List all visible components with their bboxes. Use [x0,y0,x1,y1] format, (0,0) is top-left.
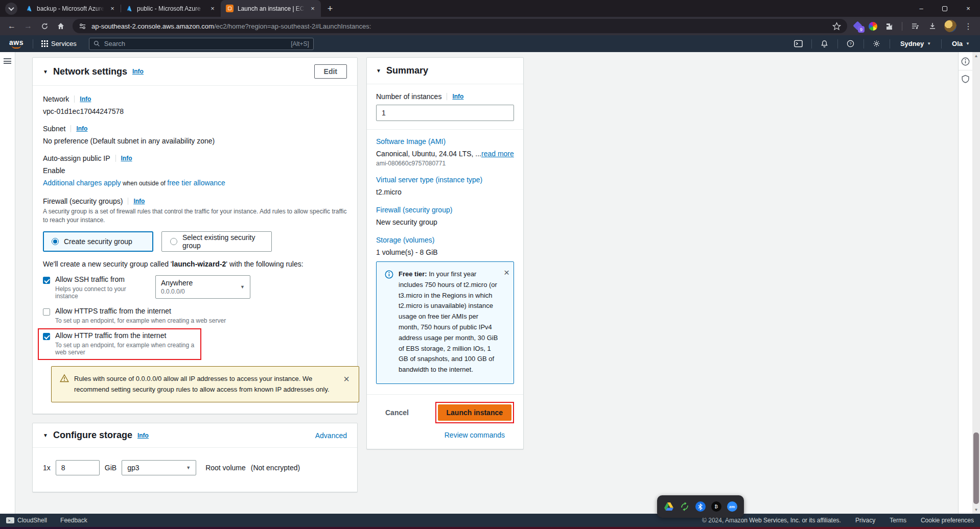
cookie-preferences-link[interactable]: Cookie preferences [921,517,974,524]
hamburger-menu-icon[interactable] [4,58,11,64]
address-bar[interactable]: ap-southeast-2.console.aws.amazon.com/ec… [73,19,847,33]
forward-button[interactable]: → [20,18,36,34]
scrollbar-thumb[interactable] [973,432,979,504]
feedback-button[interactable]: Feedback [60,517,87,524]
google-drive-icon[interactable] [664,502,674,511]
aws-search-box[interactable]: Search [Alt+S] [89,38,314,50]
checkbox-allow-ssh[interactable] [43,277,50,284]
storage-volumes-link[interactable]: Storage (volumes) [376,236,434,244]
ec2-icon [226,5,234,12]
ssh-source-select[interactable]: Anywhere 0.0.0.0/0 ▼ [155,275,250,299]
minimize-button[interactable]: – [909,0,933,17]
network-settings-card: ▼ Network settings Info Edit NetworkInfo… [32,57,358,414]
collapse-triangle-icon[interactable]: ▼ [43,69,48,75]
tab-launch-instance[interactable]: Launch an instance | EC2 | ap-so × [221,0,321,17]
security-panel-icon[interactable] [961,75,970,83]
volume-qty: 1x [43,464,51,472]
volume-type-select[interactable]: gp3 ▼ [122,460,196,475]
instance-type-link[interactable]: Virtual server type (instance type) [376,176,482,184]
rule-row-http: Allow HTTP traffic from the internet To … [43,331,197,356]
bluetooth-icon[interactable] [695,501,706,512]
subnet-label: Subnet [43,125,65,133]
checkbox-allow-https[interactable] [43,308,50,316]
screenshot-tool-icon[interactable] [680,501,690,512]
tab-close-icon[interactable]: × [108,5,116,13]
info-link[interactable]: Info [452,93,463,100]
edit-button[interactable]: Edit [314,64,347,79]
media-queue-button[interactable] [907,18,923,34]
back-button[interactable]: ← [4,18,19,34]
privacy-link[interactable]: Privacy [855,517,875,524]
extension-icon[interactable]: 9 [853,21,862,31]
close-icon[interactable]: × [341,374,352,384]
radio-create-security-group[interactable]: Create security group [43,231,153,252]
bookmark-star-icon[interactable] [832,22,841,31]
new-tab-button[interactable]: + [323,2,337,16]
left-nav-strip [0,52,15,514]
rule-row-ssh: Allow SSH traffic from Helps you connect… [43,275,347,300]
home-button[interactable] [53,18,68,34]
terms-link[interactable]: Terms [890,517,906,524]
services-menu[interactable]: Services [38,40,80,47]
maximize-button[interactable] [933,0,956,17]
settings-button[interactable] [869,38,884,50]
info-link[interactable]: Info [121,155,132,162]
info-link[interactable]: Info [137,432,149,439]
page-scrollbar[interactable]: ▲ ▼ [972,52,980,514]
review-commands-link[interactable]: Review commands [445,431,505,439]
ami-link[interactable]: Software Image (AMI) [376,137,446,146]
media-list-icon [911,22,919,30]
info-link[interactable]: Info [132,68,144,75]
cancel-button[interactable]: Cancel [385,408,409,417]
info-link[interactable]: Info [80,95,91,103]
profile-avatar[interactable] [944,20,956,32]
volume-size-input[interactable] [56,460,100,475]
help-button[interactable]: ? [843,38,858,50]
black-app-icon[interactable]: ₿ [711,501,721,512]
collapse-triangle-icon[interactable]: ▼ [376,68,381,74]
azure-icon [26,5,33,12]
account-menu[interactable]: Ola▼ [947,40,975,47]
info-link[interactable]: Info [76,125,87,132]
reload-button[interactable] [37,18,52,34]
color-wheel-extension-icon[interactable] [869,22,877,31]
scroll-down-icon[interactable]: ▼ [972,506,980,514]
downloads-button[interactable] [925,18,940,34]
additional-charges-link[interactable]: Additional charges apply [43,179,121,187]
charges-note: Additional charges apply when outside of… [43,179,347,187]
radio-select-existing-group[interactable]: Select existing security group [161,231,272,252]
browser-menu-button[interactable]: ⋮ [961,18,976,34]
region-selector[interactable]: Sydney▼ [895,40,936,47]
num-instances-input[interactable] [376,105,514,121]
collapse-triangle-icon[interactable]: ▼ [43,432,48,438]
extensions-puzzle-button[interactable] [881,18,897,34]
read-more-link[interactable]: read more [481,150,514,158]
launch-instance-button[interactable]: Launch instance [438,404,511,421]
tab-backup-azure[interactable]: backup - Microsoft Azure × [20,0,121,17]
security-warning-alert: Rules with source of 0.0.0.0/0 allow all… [51,366,359,403]
rule-row-https: Allow HTTPS traffic from the internet To… [43,307,347,324]
aws-logo[interactable]: aws [9,39,24,49]
close-button[interactable]: × [956,0,980,17]
tab-search-button[interactable] [5,3,17,15]
firewall-link[interactable]: Firewall (security group) [376,206,452,214]
cloudshell-button[interactable] [791,38,806,50]
info-link[interactable]: Info [133,198,145,205]
info-panel-icon[interactable] [961,57,970,66]
advanced-link[interactable]: Advanced [315,431,347,440]
tab-public-azure[interactable]: public - Microsoft Azure × [121,0,221,17]
free-tier-info-box: Free tier: In your first year includes 7… [376,261,514,384]
tab-close-icon[interactable]: × [208,5,217,13]
tab-close-icon[interactable]: × [309,5,317,13]
firewall-value: New security group [376,218,514,226]
window-controls: – × [909,0,980,17]
close-icon[interactable]: × [504,267,509,278]
services-grid-icon [41,40,48,47]
cloudshell-footer-button[interactable]: >_ CloudShell [6,517,47,524]
scroll-up-icon[interactable]: ▲ [972,52,980,60]
free-tier-allowance-link[interactable]: free tier allowance [167,179,225,187]
notifications-button[interactable] [817,38,832,50]
checkbox-allow-http[interactable] [43,333,50,340]
download-icon [928,22,937,30]
zoom-app-icon[interactable]: zm [727,501,737,512]
